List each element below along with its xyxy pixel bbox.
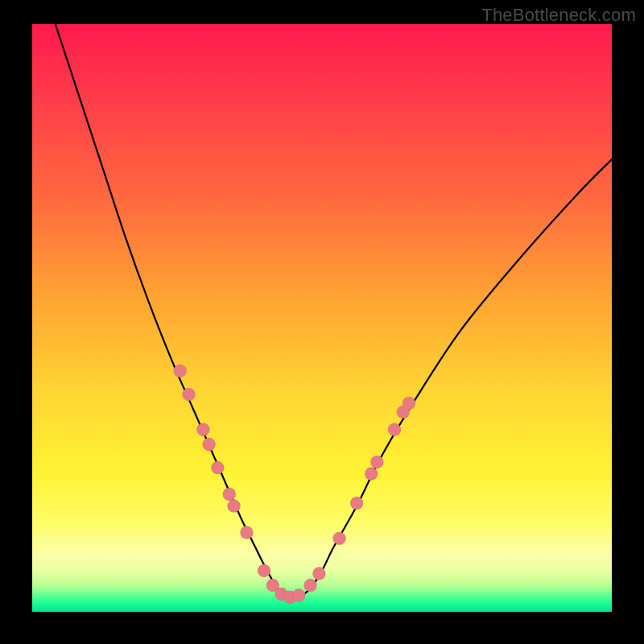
data-marker [174, 365, 187, 378]
data-marker [350, 497, 363, 510]
chart-frame: TheBottleneck.com [0, 0, 644, 644]
data-marker [402, 397, 415, 410]
data-marker [228, 500, 241, 513]
data-marker [370, 456, 383, 469]
data-marker [240, 526, 253, 539]
data-marker [196, 423, 209, 436]
data-marker [304, 579, 317, 592]
data-marker [333, 532, 346, 545]
bottleneck-curve [56, 24, 612, 598]
plot-area [32, 24, 612, 612]
data-marker [388, 423, 401, 436]
data-marker [182, 388, 195, 401]
data-marker [365, 468, 378, 481]
data-marker [258, 564, 270, 577]
data-marker [211, 461, 224, 474]
data-marker [292, 589, 305, 602]
data-marker [203, 438, 216, 451]
data-marker [223, 488, 236, 501]
watermark-text: TheBottleneck.com [481, 5, 636, 26]
curve-svg [32, 24, 612, 612]
marker-group [174, 365, 415, 604]
data-marker [312, 568, 325, 580]
